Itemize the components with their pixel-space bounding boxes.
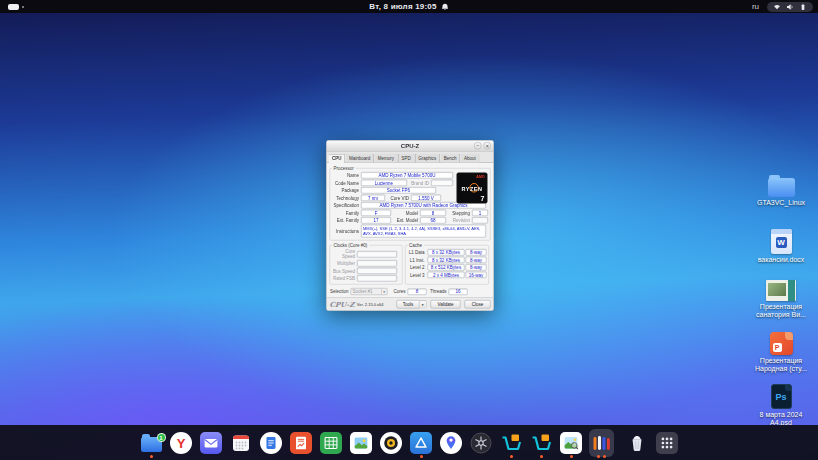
package-label: Package bbox=[332, 188, 361, 193]
keyboard-layout-indicator[interactable]: ru bbox=[752, 2, 759, 11]
tab-mainboard[interactable]: Mainboard bbox=[346, 154, 374, 163]
dock-text-documents[interactable] bbox=[259, 429, 284, 457]
image-gallery-icon bbox=[351, 433, 371, 453]
name-value: AMD Ryzen 7 Mobile 5700U bbox=[361, 172, 453, 179]
mail-icon bbox=[201, 433, 221, 453]
desktop-icon-label: GTA3VC_Linux bbox=[757, 199, 805, 207]
tab-bench[interactable]: Bench bbox=[440, 154, 460, 163]
ryzen-logo: AMD RYZEN 7 bbox=[457, 173, 488, 204]
technology-label: Technology bbox=[332, 195, 361, 200]
presentation-file-icon bbox=[770, 332, 793, 355]
l1-inst-label: L1 Inst. bbox=[408, 257, 427, 262]
photo-viewer-icon bbox=[561, 433, 581, 453]
bus-speed-value bbox=[357, 268, 397, 275]
tab-graphics[interactable]: Graphics bbox=[415, 154, 440, 163]
tab-memory[interactable]: Memory bbox=[374, 154, 397, 163]
combo-dropdown-icon[interactable] bbox=[381, 289, 387, 295]
minimize-button[interactable] bbox=[474, 142, 482, 150]
battery-icon bbox=[799, 3, 807, 11]
clocks-group: Clocks (Core #0) Core Speed Multiplier B… bbox=[330, 243, 403, 285]
aperture-icon bbox=[470, 432, 492, 454]
dock-mail[interactable] bbox=[199, 429, 224, 457]
threads-value: 16 bbox=[449, 288, 468, 295]
cpuz-logo: CPU-Z bbox=[330, 300, 355, 308]
running-indicator bbox=[570, 455, 573, 458]
report-document-icon bbox=[291, 433, 311, 453]
dock-cart-app-2[interactable] bbox=[529, 429, 554, 457]
desktop-icon-label: Презентация Народная (сту... bbox=[749, 357, 813, 373]
processor-group: Processor AMD RYZEN 7 Name AMD Ryzen 7 M… bbox=[330, 166, 491, 241]
dock-report-document[interactable] bbox=[289, 429, 314, 457]
wifi-icon bbox=[773, 3, 781, 11]
tab-strip: CPU Mainboard Memory SPD Graphics Bench … bbox=[327, 152, 494, 164]
clocks-legend: Clocks (Core #0) bbox=[332, 243, 369, 248]
family-value: F bbox=[361, 210, 391, 217]
l1-inst-size: 8 x 32 KBytes bbox=[428, 257, 465, 264]
dock-triangle-app[interactable] bbox=[409, 429, 434, 457]
desktop-icon-vacancies-docx[interactable]: вакансии.docx bbox=[748, 229, 814, 264]
tools-button[interactable]: Tools bbox=[397, 300, 420, 309]
running-indicator bbox=[603, 455, 606, 458]
map-pin-icon bbox=[441, 433, 461, 453]
dock-cart-app[interactable] bbox=[499, 429, 524, 457]
running-indicator bbox=[420, 455, 423, 458]
close-button[interactable] bbox=[484, 142, 492, 150]
desktop-icon-label: Презентация санатория Ви... bbox=[749, 303, 813, 319]
bell-icon bbox=[441, 3, 449, 11]
desktop-icon-march8-psd[interactable]: Ps 8 марта 2024 А4.psd bbox=[748, 384, 814, 427]
triangle-app-icon bbox=[411, 433, 431, 453]
rated-fsb-value bbox=[357, 275, 397, 282]
desktop-icon-gta3vc-folder[interactable]: GTA3VC_Linux bbox=[748, 174, 814, 207]
photoshop-file-icon: Ps bbox=[771, 384, 792, 409]
socket-selection-combo[interactable]: Socket #1 bbox=[351, 288, 388, 295]
l1-data-label: L1 Data bbox=[408, 250, 427, 255]
dock-trash[interactable] bbox=[625, 429, 650, 457]
level3-assoc: 16-way bbox=[466, 272, 487, 279]
ext-model-label: Ext. Model bbox=[391, 218, 420, 223]
brand-id-label: Brand ID bbox=[407, 180, 431, 185]
dock-app-grid[interactable] bbox=[655, 429, 680, 457]
core-vid-label: Core VID bbox=[385, 195, 411, 200]
desktop-icon-label: вакансии.docx bbox=[758, 256, 805, 264]
window-title: CPU-Z bbox=[327, 142, 494, 149]
bus-speed-label: Bus Speed bbox=[332, 268, 357, 273]
brand-id-value bbox=[431, 180, 453, 187]
level2-label: Level 2 bbox=[408, 265, 427, 270]
tools-dropdown-icon[interactable] bbox=[420, 300, 427, 309]
dock-image-gallery[interactable] bbox=[349, 429, 374, 457]
tab-about[interactable]: About bbox=[461, 154, 480, 163]
tab-cpu[interactable]: CPU bbox=[329, 154, 346, 163]
family-label: Family bbox=[332, 210, 361, 215]
dock-maps[interactable] bbox=[439, 429, 464, 457]
core-vid-value: 1.550 V bbox=[411, 195, 441, 202]
ext-model-value: 68 bbox=[420, 217, 446, 224]
l1-data-assoc: 8-way bbox=[466, 249, 487, 256]
model-label: Model bbox=[391, 210, 420, 215]
close-window-button[interactable]: Close bbox=[465, 300, 491, 309]
window-titlebar[interactable]: CPU-Z bbox=[327, 141, 494, 152]
dock-file-manager[interactable]: 1 bbox=[139, 429, 164, 457]
ryzen-text: RYZEN bbox=[457, 186, 487, 192]
calendar-icon bbox=[230, 432, 252, 454]
dock-drawing-tools-active[interactable] bbox=[589, 429, 614, 457]
dock-photo-viewer[interactable] bbox=[559, 429, 584, 457]
revision-label: Revision bbox=[446, 218, 472, 223]
system-tray[interactable] bbox=[767, 2, 813, 12]
dock-spreadsheet[interactable] bbox=[319, 429, 344, 457]
cart-icon bbox=[500, 432, 522, 454]
spreadsheet-icon bbox=[321, 433, 341, 453]
desktop-icon-narodnaya-presentation[interactable]: Презентация Народная (сту... bbox=[748, 332, 814, 373]
running-indicator bbox=[510, 455, 513, 458]
dock-camera-aperture[interactable] bbox=[469, 429, 494, 457]
panel-clock[interactable]: Вт, 8 июля 19:05 bbox=[0, 0, 818, 13]
technology-value: 7 nm bbox=[361, 195, 385, 202]
level2-size: 8 x 512 KBytes bbox=[428, 264, 465, 271]
desktop-icon-sanatorium-presentation[interactable]: Презентация санатория Ви... bbox=[748, 280, 814, 319]
validate-button[interactable]: Validate bbox=[431, 300, 461, 309]
selection-label: Selection bbox=[330, 289, 351, 294]
dock-calendar[interactable] bbox=[229, 429, 254, 457]
dock-yandex-browser[interactable]: Y bbox=[169, 429, 194, 457]
dock-music-player[interactable] bbox=[379, 429, 404, 457]
tab-spd[interactable]: SPD bbox=[398, 154, 414, 163]
running-indicator bbox=[597, 455, 600, 458]
